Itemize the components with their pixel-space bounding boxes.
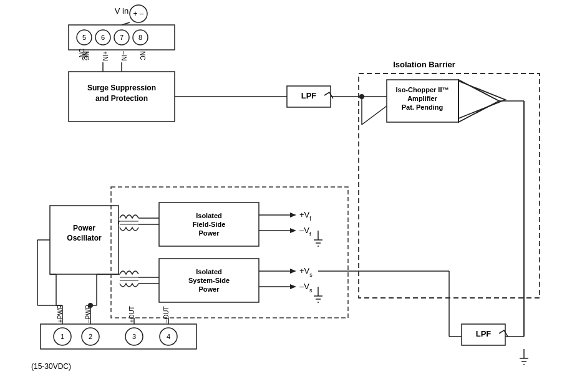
svg-text:Isolated: Isolated [196, 212, 222, 219]
svg-text:Isolated: Isolated [196, 268, 222, 275]
vin-label: V in [115, 6, 128, 16]
svg-text:2: 2 [89, 333, 92, 340]
svg-text:Iso-Chopper II™: Iso-Chopper II™ [396, 86, 449, 93]
svg-text:Pat. Pending: Pat. Pending [402, 103, 444, 111]
svg-text:NC: NC [83, 51, 90, 60]
svg-text:Power: Power [198, 285, 220, 293]
svg-text:System-Side: System-Side [188, 277, 230, 284]
svg-text:+IN: +IN [102, 51, 109, 61]
svg-text:4: 4 [167, 333, 170, 340]
svg-text:8: 8 [138, 34, 142, 41]
svg-text:Isolation Barrier: Isolation Barrier [393, 60, 455, 69]
svg-text:Power: Power [198, 229, 220, 237]
svg-text:(15-30VDC): (15-30VDC) [31, 362, 71, 371]
svg-text:Surge Suppression: Surge Suppression [87, 84, 156, 92]
svg-text:NC: NC [139, 51, 146, 60]
svg-text:Power: Power [73, 224, 95, 232]
svg-text:Field-Side: Field-Side [193, 221, 226, 228]
svg-text:and Protection: and Protection [95, 94, 148, 103]
svg-text:6: 6 [101, 34, 105, 41]
svg-text:5: 5 [82, 34, 86, 41]
svg-point-124 [88, 303, 93, 308]
svg-text:3: 3 [132, 333, 136, 340]
svg-text:+ –: + – [133, 9, 143, 18]
circuit-diagram: V in + – 5 6 7 8 NC NC NC +IN –IN NC Sur… [0, 0, 572, 392]
svg-text:7: 7 [120, 34, 124, 41]
svg-text:LPF: LPF [301, 91, 317, 100]
svg-text:–IN: –IN [120, 51, 127, 61]
svg-text:Oscillator: Oscillator [67, 234, 102, 242]
svg-text:LPF: LPF [476, 329, 492, 338]
svg-text:Amplifier: Amplifier [407, 95, 437, 102]
svg-text:1: 1 [61, 333, 64, 340]
